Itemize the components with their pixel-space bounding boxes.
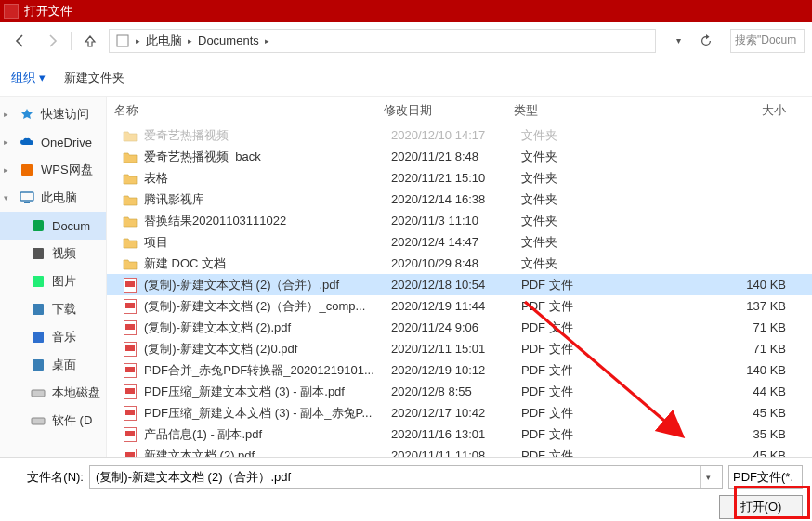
file-row[interactable]: PDF压缩_新建文本文档 (3) - 副本.pdf2020/12/8 8:55P… — [107, 381, 812, 402]
file-row[interactable]: 替换结果202011031110222020/11/3 11:10文件夹 — [107, 210, 812, 231]
file-row[interactable]: 腾讯影视库2020/12/14 16:38文件夹 — [107, 189, 812, 210]
file-name: 新建 DOC 文档 — [144, 255, 391, 272]
expand-icon[interactable]: ▾ — [4, 193, 13, 202]
file-name: 表格 — [144, 170, 391, 187]
expand-icon[interactable]: ▸ — [4, 165, 13, 175]
folder-icon — [122, 192, 138, 207]
sidebar-item-9[interactable]: 桌面 — [0, 351, 106, 379]
pdf-icon — [122, 278, 138, 293]
file-row[interactable]: (复制)-新建文本文档 (2)0.pdf2020/12/11 15:01PDF … — [107, 338, 812, 359]
nav-bar: ▸ 此电脑 ▸ Documents ▸ ▾ 搜索"Docum — [0, 22, 812, 59]
col-name[interactable]: 名称 — [114, 102, 384, 119]
file-row[interactable]: PDF合并_赤兔PDF转换器_20201219101...2020/12/19 … — [107, 359, 812, 381]
star-icon — [19, 106, 35, 123]
sidebar: ▸快速访问▸OneDrive▸WPS网盘▾此电脑Docum视频图片下载音乐桌面本… — [0, 97, 107, 457]
back-button[interactable] — [7, 28, 33, 54]
sidebar-item-0[interactable]: ▸快速访问 — [0, 100, 106, 128]
file-row[interactable]: 爱奇艺热播视频_back2020/11/21 8:48文件夹 — [107, 146, 812, 167]
chevron-right-icon[interactable]: ▸ — [186, 36, 194, 46]
col-date[interactable]: 修改日期 — [384, 102, 514, 119]
file-size: 71 KB — [633, 320, 812, 334]
sidebar-item-label: 本地磁盘 — [52, 384, 100, 401]
organize-menu[interactable]: 组织 ▾ — [11, 70, 46, 86]
file-type: PDF 文件 — [521, 341, 633, 358]
open-button[interactable]: 打开(O) — [719, 495, 803, 519]
svg-rect-1 — [21, 164, 33, 176]
filetype-filter[interactable]: PDF文件(*. — [728, 465, 803, 489]
file-row[interactable]: 新建 DOC 文档2020/10/29 8:48文件夹 — [107, 253, 812, 274]
doc-icon — [30, 217, 46, 234]
file-date: 2020/12/11 15:01 — [391, 342, 521, 356]
file-name: (复制)-新建文本文档 (2)0.pdf — [144, 341, 391, 358]
search-input[interactable]: 搜索"Docum — [730, 29, 805, 53]
svg-rect-11 — [32, 418, 45, 424]
crumb-root[interactable]: 此电脑 — [146, 33, 182, 49]
filename-dropdown-icon[interactable]: ▾ — [700, 466, 716, 488]
folder-icon — [122, 150, 138, 164]
file-type: PDF 文件 — [521, 277, 633, 293]
sidebar-item-4[interactable]: Docum — [0, 212, 106, 240]
new-folder-button[interactable]: 新建文件夹 — [64, 70, 124, 86]
file-date: 2020/11/3 11:10 — [391, 214, 521, 228]
main-area: ▸快速访问▸OneDrive▸WPS网盘▾此电脑Docum视频图片下载音乐桌面本… — [0, 97, 812, 457]
file-size: 71 KB — [633, 342, 812, 356]
refresh-button[interactable] — [693, 28, 719, 54]
file-date: 2020/11/11 11:08 — [391, 449, 521, 457]
pdf-icon — [122, 299, 138, 314]
folder-icon — [122, 235, 138, 250]
file-size: 137 KB — [633, 299, 812, 313]
forward-button[interactable] — [39, 28, 65, 54]
file-row[interactable]: 项目2020/12/4 14:47文件夹 — [107, 231, 812, 253]
sidebar-item-label: Docum — [52, 219, 90, 233]
expand-icon[interactable]: ▸ — [4, 137, 13, 147]
sidebar-item-1[interactable]: ▸OneDrive — [0, 128, 106, 156]
file-type: 文件夹 — [521, 213, 633, 229]
bottom-bar: 文件名(N): (复制)-新建文本文档 (2)（合并）.pdf ▾ PDF文件(… — [0, 457, 812, 520]
sidebar-item-label: 视频 — [52, 245, 76, 262]
file-row[interactable]: (复制)-新建文本文档 (2).pdf2020/11/24 9:06PDF 文件… — [107, 317, 812, 338]
file-date: 2020/12/17 10:42 — [391, 406, 521, 420]
folder-icon — [122, 256, 138, 271]
file-row[interactable]: 爱奇艺热播视频2020/12/10 14:17文件夹 — [107, 124, 812, 146]
sidebar-item-11[interactable]: 软件 (D — [0, 407, 106, 435]
chevron-right-icon[interactable]: ▸ — [263, 36, 271, 46]
file-size: 45 KB — [633, 449, 812, 457]
file-row[interactable]: 产品信息(1) - 副本.pdf2020/11/16 13:01PDF 文件35… — [107, 423, 812, 445]
sidebar-item-6[interactable]: 图片 — [0, 267, 106, 295]
expand-icon[interactable]: ▸ — [4, 110, 13, 119]
file-date: 2020/12/8 8:55 — [391, 384, 521, 398]
sidebar-item-5[interactable]: 视频 — [0, 240, 106, 267]
file-row[interactable]: PDF压缩_新建文本文档 (3) - 副本_赤兔P...2020/12/17 1… — [107, 402, 812, 423]
file-row[interactable]: (复制)-新建文本文档 (2)（合并）_comp...2020/12/19 11… — [107, 295, 812, 317]
sidebar-item-10[interactable]: 本地磁盘 — [0, 379, 106, 407]
up-button[interactable] — [77, 28, 103, 54]
col-size[interactable]: 大小 — [625, 102, 812, 119]
window-title: 打开文件 — [24, 3, 72, 20]
chevron-right-icon[interactable]: ▸ — [134, 36, 142, 46]
breadcrumb[interactable]: ▸ 此电脑 ▸ Documents ▸ — [109, 29, 656, 53]
file-size: 44 KB — [633, 384, 812, 398]
file-type: 文件夹 — [521, 234, 633, 251]
file-name: (复制)-新建文本文档 (2)（合并）.pdf — [144, 277, 391, 293]
filter-text: PDF文件(*. — [733, 469, 793, 486]
dropdown-history-button[interactable]: ▾ — [665, 28, 691, 54]
file-date: 2020/10/29 8:48 — [391, 256, 521, 270]
sidebar-item-7[interactable]: 下载 — [0, 295, 106, 323]
sidebar-item-8[interactable]: 音乐 — [0, 323, 106, 351]
file-date: 2020/12/14 16:38 — [391, 192, 521, 206]
file-row[interactable]: (复制)-新建文本文档 (2)（合并）.pdf2020/12/18 10:54P… — [107, 274, 812, 295]
crumb-sub[interactable]: Documents — [198, 33, 259, 47]
filename-input[interactable]: (复制)-新建文本文档 (2)（合并）.pdf ▾ — [89, 465, 723, 489]
file-date: 2020/12/19 10:12 — [391, 363, 521, 377]
folder-icon — [122, 171, 138, 186]
svg-rect-8 — [33, 332, 44, 343]
app-icon — [4, 4, 19, 19]
file-row[interactable]: 表格2020/11/21 15:10文件夹 — [107, 167, 812, 189]
sidebar-item-2[interactable]: ▸WPS网盘 — [0, 156, 106, 184]
col-type[interactable]: 类型 — [514, 102, 625, 119]
file-row[interactable]: 新建文本文档 (2).pdf2020/11/11 11:08PDF 文件45 K… — [107, 445, 812, 457]
desk-icon — [30, 357, 46, 373]
sidebar-item-label: 软件 (D — [52, 412, 92, 429]
sidebar-item-3[interactable]: ▾此电脑 — [0, 184, 106, 212]
file-size: 140 KB — [633, 363, 812, 377]
